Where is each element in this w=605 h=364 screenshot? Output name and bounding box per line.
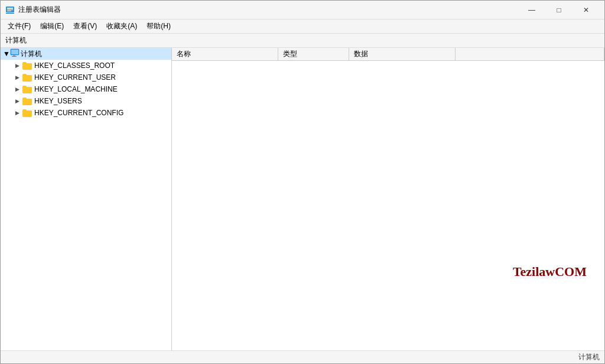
menu-help[interactable]: 帮助(H)	[142, 20, 175, 33]
current-user-label: HKEY_CURRENT_USER	[34, 73, 116, 82]
computer-icon	[10, 48, 21, 60]
tree-item-local-machine[interactable]: ▶ HKEY_LOCAL_MACHINE	[1, 83, 171, 95]
expand-icon-classes-root: ▶	[12, 61, 22, 70]
breadcrumb: 计算机	[1, 34, 604, 48]
menu-bar: 文件(F) 编辑(E) 查看(V) 收藏夹(A) 帮助(H)	[1, 20, 604, 34]
column-headers: 名称 类型 数据	[172, 48, 604, 61]
maximize-button[interactable]: □	[545, 1, 573, 20]
col-header-type[interactable]: 类型	[278, 48, 349, 60]
computer-label: 计算机	[21, 49, 42, 59]
main-content: ▼ 计算机 ▶ HKEY_CLASSES_R	[1, 48, 604, 350]
col-header-data[interactable]: 数据	[349, 48, 456, 60]
tree-panel[interactable]: ▼ 计算机 ▶ HKEY_CLASSES_R	[1, 48, 172, 350]
svg-rect-3	[7, 11, 11, 11]
tree-item-classes-root[interactable]: ▶ HKEY_CLASSES_ROOT	[1, 60, 171, 72]
title-bar: 注册表编辑器 — □ ✕	[1, 1, 604, 20]
folder-icon-current-user	[22, 73, 32, 82]
status-bar: 计算机	[1, 350, 604, 363]
tree-item-current-config[interactable]: ▶ HKEY_CURRENT_CONFIG	[1, 107, 171, 119]
watermark: TezilawCOM	[513, 264, 587, 280]
tree-item-users[interactable]: ▶ HKEY_USERS	[1, 95, 171, 107]
svg-rect-6	[11, 50, 18, 54]
registry-editor-window: 注册表编辑器 — □ ✕ 文件(F) 编辑(E) 查看(V) 收藏夹(A) 帮助…	[0, 0, 605, 364]
menu-edit[interactable]: 编辑(E)	[35, 20, 69, 33]
app-icon	[5, 5, 15, 15]
minimize-button[interactable]: —	[518, 1, 545, 20]
svg-rect-7	[13, 55, 15, 56]
users-label: HKEY_USERS	[34, 97, 82, 105]
col-header-rest	[456, 48, 604, 60]
expand-icon-current-config: ▶	[12, 108, 22, 118]
col-header-name[interactable]: 名称	[172, 48, 278, 60]
breadcrumb-text: 计算机	[5, 35, 27, 46]
classes-root-label: HKEY_CLASSES_ROOT	[34, 61, 115, 70]
folder-icon-local-machine	[22, 84, 32, 94]
expand-icon-computer: ▼	[3, 50, 10, 58]
close-button[interactable]: ✕	[573, 1, 600, 20]
local-machine-label: HKEY_LOCAL_MACHINE	[34, 85, 118, 93]
expand-icon-current-user: ▶	[12, 73, 22, 82]
folder-icon-classes-root	[22, 61, 32, 70]
svg-rect-1	[7, 8, 13, 9]
folder-icon-current-config	[22, 108, 32, 118]
expand-icon-local-machine: ▶	[12, 84, 22, 94]
svg-rect-4	[6, 13, 14, 14]
menu-file[interactable]: 文件(F)	[3, 20, 35, 33]
window-controls: — □ ✕	[518, 1, 600, 20]
menu-favorites[interactable]: 收藏夹(A)	[102, 20, 142, 33]
tree-item-computer[interactable]: ▼ 计算机	[1, 48, 171, 60]
svg-rect-2	[7, 9, 13, 10]
expand-icon-users: ▶	[12, 96, 22, 106]
tree-item-current-user[interactable]: ▶ HKEY_CURRENT_USER	[1, 72, 171, 83]
right-panel: 名称 类型 数据 TezilawCOM	[172, 48, 604, 350]
window-title: 注册表编辑器	[18, 5, 518, 15]
svg-rect-8	[12, 56, 17, 57]
menu-view[interactable]: 查看(V)	[69, 20, 102, 33]
folder-icon-users	[22, 96, 32, 106]
status-right: 计算机	[578, 352, 600, 362]
current-config-label: HKEY_CURRENT_CONFIG	[34, 109, 123, 117]
